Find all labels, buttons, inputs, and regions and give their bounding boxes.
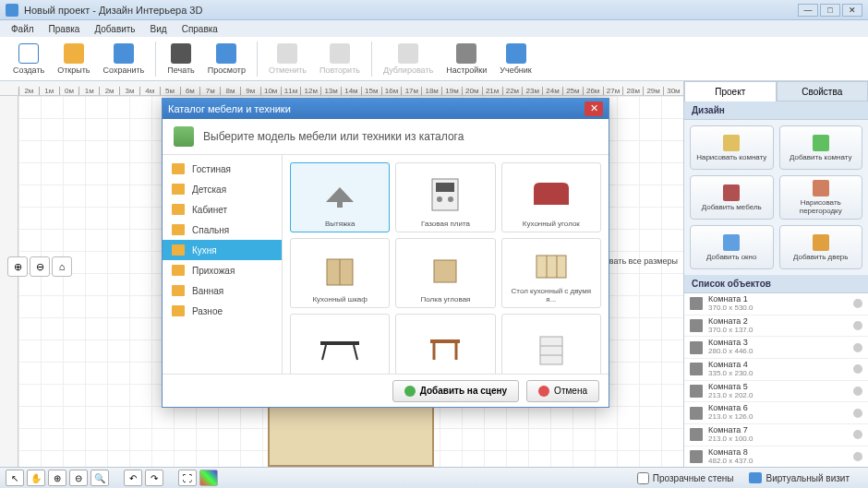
menu-Правка[interactable]: Правка bbox=[42, 22, 88, 36]
visibility-icon[interactable] bbox=[853, 387, 862, 396]
panel-button[interactable]: Нарисовать комнату bbox=[690, 125, 774, 170]
object-item[interactable]: Комната 6213.0 x 126.0 bbox=[684, 402, 868, 424]
toolbar-Создать[interactable]: Создать bbox=[7, 42, 50, 77]
zoom-tool[interactable]: 🔍 bbox=[90, 470, 109, 486]
dialog-titlebar[interactable]: Каталог мебели и техники ✕ bbox=[163, 99, 609, 119]
color-tool[interactable] bbox=[199, 470, 218, 486]
panel-button[interactable]: Добавить мебель bbox=[690, 175, 774, 220]
folder-icon bbox=[172, 184, 185, 195]
furniture-item[interactable] bbox=[290, 314, 390, 374]
panel-button-icon bbox=[813, 180, 829, 196]
transparent-walls-checkbox[interactable]: Прозрачные стены bbox=[637, 472, 734, 484]
toolbar-Открыть[interactable]: Открыть bbox=[52, 42, 95, 77]
visibility-icon[interactable] bbox=[853, 452, 862, 461]
object-item[interactable]: Комната 2370.0 x 137.0 bbox=[684, 315, 868, 338]
panel-button[interactable]: Добавить дверь bbox=[779, 225, 863, 269]
menu-Файл[interactable]: Файл bbox=[4, 22, 42, 36]
furniture-thumb bbox=[417, 243, 473, 295]
close-button[interactable]: ✕ bbox=[842, 4, 862, 17]
visibility-icon[interactable] bbox=[853, 364, 862, 374]
toolbar-Печать[interactable]: Печать bbox=[162, 42, 199, 77]
rotate-right-tool[interactable]: ↷ bbox=[145, 470, 163, 486]
toolbar-Просмотр[interactable]: Просмотр bbox=[202, 42, 251, 77]
zoom-in-button[interactable]: ⊕ bbox=[7, 256, 28, 277]
bottom-toolbar: ↖ ✋ ⊕ ⊖ 🔍 ↶ ↷ ⛶ Прозрачные стены Виртуал… bbox=[0, 467, 868, 488]
tab-properties[interactable]: Свойства bbox=[777, 81, 869, 101]
object-item[interactable]: Комната 8482.0 x 437.0 bbox=[684, 446, 868, 467]
object-item[interactable]: Комната 4335.0 x 230.0 bbox=[684, 359, 868, 381]
toolbar-Учебник[interactable]: Учебник bbox=[494, 42, 536, 77]
maximize-button[interactable]: □ bbox=[820, 4, 840, 17]
zoom-out-button[interactable]: ⊖ bbox=[30, 256, 50, 277]
home-view-button[interactable]: ⌂ bbox=[52, 256, 72, 277]
category-Кабинет[interactable]: Кабинет bbox=[163, 199, 282, 220]
category-Разное[interactable]: Разное bbox=[163, 301, 282, 321]
toolbar-Отменить[interactable]: Отменить bbox=[263, 42, 312, 77]
furniture-item[interactable]: Стол кухонный с двумя я... bbox=[501, 238, 601, 308]
select-tool[interactable]: ↖ bbox=[6, 470, 24, 486]
visibility-icon[interactable] bbox=[853, 343, 862, 352]
object-item[interactable]: Комната 3280.0 x 446.0 bbox=[684, 337, 868, 359]
furniture-thumb bbox=[312, 243, 368, 295]
category-Ванная[interactable]: Ванная bbox=[163, 280, 282, 301]
category-Детская[interactable]: Детская bbox=[163, 179, 282, 199]
furniture-thumb bbox=[312, 167, 368, 220]
folder-icon bbox=[172, 265, 185, 276]
menu-Справка[interactable]: Справка bbox=[175, 22, 225, 36]
category-Кухня[interactable]: Кухня bbox=[163, 240, 282, 260]
transparent-walls-input[interactable] bbox=[637, 472, 649, 484]
furniture-item[interactable] bbox=[501, 314, 601, 374]
zoom-out-tool[interactable]: ⊖ bbox=[69, 470, 88, 486]
toolbar-Настройки[interactable]: Настройки bbox=[440, 42, 492, 77]
object-icon bbox=[690, 407, 703, 420]
objectlist-header: Список объектов bbox=[684, 275, 868, 293]
category-Спальня[interactable]: Спальня bbox=[163, 220, 282, 240]
panel-button[interactable]: Добавить комнату bbox=[779, 125, 863, 170]
object-item[interactable]: Комната 5213.0 x 202.0 bbox=[684, 381, 868, 403]
furniture-item[interactable] bbox=[395, 314, 495, 374]
panel-button-icon bbox=[813, 135, 829, 151]
add-to-scene-button[interactable]: Добавить на сцену bbox=[392, 380, 519, 402]
virtual-tour-button[interactable]: Виртуальный визит bbox=[749, 472, 850, 483]
app-icon bbox=[6, 4, 18, 17]
object-list[interactable]: Комната 1370.0 x 530.0Комната 2370.0 x 1… bbox=[684, 293, 868, 467]
furniture-item[interactable]: Кухонный шкаф bbox=[290, 238, 390, 308]
furniture-item[interactable]: Газовая плита bbox=[395, 162, 495, 232]
fit-tool[interactable]: ⛶ bbox=[178, 470, 197, 486]
toolbar-icon bbox=[456, 43, 476, 64]
ruler-vertical bbox=[0, 96, 18, 467]
rotate-left-tool[interactable]: ↶ bbox=[124, 470, 142, 486]
toolbar-icon bbox=[216, 43, 236, 64]
dialog-close-button[interactable]: ✕ bbox=[585, 101, 603, 116]
zoom-in-tool[interactable]: ⊕ bbox=[48, 470, 66, 486]
toolbar-Повторить[interactable]: Повторить bbox=[314, 42, 366, 77]
object-item[interactable]: Комната 7213.0 x 100.0 bbox=[684, 424, 868, 446]
toolbar-Сохранить[interactable]: Сохранить bbox=[98, 42, 151, 77]
pan-tool[interactable]: ✋ bbox=[27, 470, 45, 486]
category-Гостиная[interactable]: Гостиная bbox=[163, 159, 282, 179]
right-panel: Проект Свойства Дизайн Нарисовать комнат… bbox=[683, 81, 868, 467]
object-item[interactable]: Комната 1370.0 x 530.0 bbox=[684, 293, 868, 315]
tab-project[interactable]: Проект bbox=[684, 81, 777, 101]
visibility-icon[interactable] bbox=[853, 409, 862, 418]
toolbar-icon bbox=[506, 43, 526, 64]
svg-rect-16 bbox=[540, 337, 562, 364]
panel-button[interactable]: Нарисовать перегородку bbox=[779, 175, 863, 220]
toolbar-icon bbox=[277, 43, 297, 64]
menu-Добавить[interactable]: Добавить bbox=[87, 22, 142, 36]
visibility-icon[interactable] bbox=[853, 299, 862, 308]
category-Прихожая[interactable]: Прихожая bbox=[163, 260, 282, 280]
cancel-button[interactable]: Отмена bbox=[526, 380, 599, 402]
visibility-icon[interactable] bbox=[853, 321, 862, 330]
ruler-horizontal: 2м1м0м1м2м3м4м5м6м7м8м9м10м11м12м13м14м1… bbox=[0, 81, 683, 96]
window-title: Новый проект - Дизайн Интерьера 3D bbox=[24, 5, 796, 16]
furniture-item[interactable]: Вытяжка bbox=[290, 162, 390, 232]
furniture-item[interactable]: Кухонный уголок bbox=[501, 162, 601, 232]
toolbar-Дублировать[interactable]: Дублировать bbox=[378, 42, 439, 77]
furniture-item[interactable]: Полка угловая bbox=[395, 238, 495, 308]
visibility-icon[interactable] bbox=[853, 430, 862, 439]
panel-button[interactable]: Добавить окно bbox=[690, 225, 774, 269]
menu-Вид[interactable]: Вид bbox=[143, 22, 175, 36]
menubar: ФайлПравкаДобавитьВидСправка bbox=[0, 20, 868, 37]
minimize-button[interactable]: — bbox=[798, 4, 818, 17]
